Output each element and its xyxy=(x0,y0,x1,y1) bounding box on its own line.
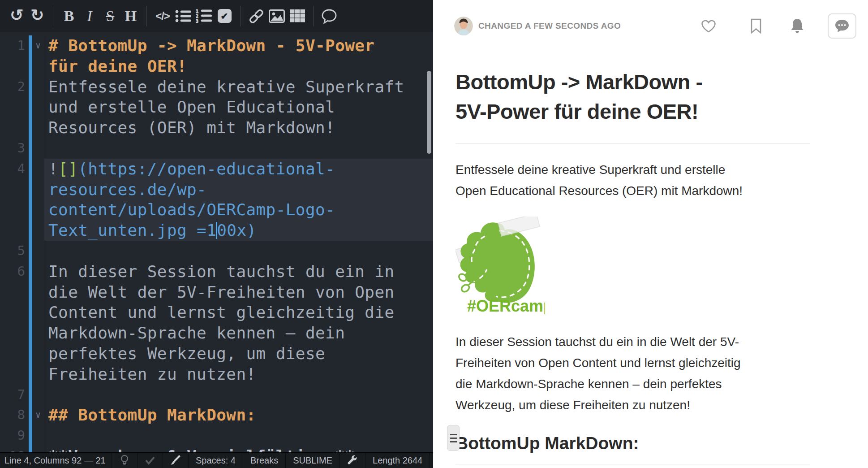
fold-gutter xyxy=(32,138,44,159)
author-avatar[interactable] xyxy=(454,17,473,35)
keymap-setting[interactable]: SUBLIME xyxy=(286,453,340,468)
code-line[interactable]: content/uploads/OERCamp-Logo- xyxy=(0,199,433,220)
split-drag-handle[interactable] xyxy=(447,425,460,451)
comments-panel-button[interactable] xyxy=(828,13,856,39)
changed-line-marker xyxy=(29,77,32,97)
hint-toggle[interactable] xyxy=(112,453,138,468)
code-line[interactable]: Resources (OER) mit Markdown! xyxy=(0,117,433,138)
fold-arrow-icon[interactable]: ∨ xyxy=(32,35,44,56)
code-segment: Text_unten.jpg =1 xyxy=(48,221,216,239)
checklist-button[interactable]: ✔ xyxy=(214,5,235,27)
svg-text:3: 3 xyxy=(196,19,198,23)
comment-button[interactable] xyxy=(319,5,339,27)
theme-toggle[interactable] xyxy=(163,453,189,468)
code-text: perfektes Werkzeug, um diese xyxy=(44,343,433,364)
changed-line-marker xyxy=(29,405,32,425)
changed-line-marker xyxy=(29,364,32,385)
bold-button[interactable]: B xyxy=(59,5,79,27)
code-segment: **Verwahren & Vervielfältigen** xyxy=(48,447,355,452)
code-line[interactable]: resources.de/wp- xyxy=(0,179,433,200)
table-button[interactable] xyxy=(287,5,308,27)
section-heading: BottomUp MarkDown: xyxy=(455,433,810,464)
code-line[interactable]: 4![](https://open-educational- xyxy=(0,159,433,179)
line-number xyxy=(0,179,25,200)
fold-gutter xyxy=(32,385,44,405)
changed-line-marker xyxy=(29,343,32,364)
code-segment: [] xyxy=(58,160,78,178)
code-text: In dieser Session tauchst du ein in xyxy=(44,261,433,282)
code-line[interactable]: die Welt der 5V-Freiheiten von Open xyxy=(0,282,433,303)
code-text: für deine OER! xyxy=(44,56,433,77)
code-line[interactable]: Markdown-Sprache kennen – dein xyxy=(0,323,433,343)
code-line[interactable]: 2Entfessele deine kreative Superkraft xyxy=(0,77,433,97)
code-line[interactable]: Freiheiten zu nutzen! xyxy=(0,364,433,385)
code-segment: Content und lernst gleichzeitig die xyxy=(48,303,395,321)
code-line[interactable]: 8∨## BottomUp MarkDown: xyxy=(0,405,433,425)
code-line[interactable]: und erstelle Open Educational xyxy=(0,97,433,117)
italic-button[interactable]: I xyxy=(79,5,100,27)
oercamp-logo-image: #OERcamp xyxy=(455,217,545,314)
line-number: 9 xyxy=(0,425,25,446)
preview-header: CHANGED A FEW SECONDS AGO xyxy=(448,0,868,45)
toolbar-divider xyxy=(240,6,241,26)
line-number xyxy=(0,343,25,364)
code-text: und erstelle Open Educational xyxy=(44,97,433,117)
heading-button[interactable]: H xyxy=(120,5,141,27)
strikethrough-button[interactable]: S xyxy=(100,5,120,27)
undo-button[interactable]: ↺ xyxy=(6,4,27,26)
fold-gutter xyxy=(32,199,44,220)
code-line[interactable]: 7 xyxy=(0,385,433,405)
code-line[interactable]: Content und lernst gleichzeitig die xyxy=(0,302,433,323)
line-number xyxy=(0,199,25,220)
notifications-button[interactable] xyxy=(790,18,804,34)
link-button[interactable] xyxy=(246,5,266,27)
spellcheck-toggle[interactable] xyxy=(138,453,163,468)
bookmark-button[interactable] xyxy=(750,18,762,34)
document-title: BottomUp -> MarkDown - 5V-Power für dein… xyxy=(455,67,810,144)
code-line[interactable]: 3 xyxy=(0,138,433,159)
code-line[interactable]: 9 xyxy=(0,425,433,446)
code-text xyxy=(44,138,433,159)
code-text: die Welt der 5V-Freiheiten von Open xyxy=(44,282,433,303)
line-number: 3 xyxy=(0,138,25,159)
line-number xyxy=(0,302,25,323)
code-line[interactable]: 6In dieser Session tauchst du ein in xyxy=(0,261,433,282)
code-segment: 00x) xyxy=(217,221,256,239)
indent-setting[interactable]: Spaces: 4 xyxy=(189,453,243,468)
changed-line-marker xyxy=(29,117,32,138)
fold-gutter xyxy=(32,220,44,241)
code-line[interactable]: perfektes Werkzeug, um diese xyxy=(0,343,433,364)
check-icon xyxy=(145,456,155,465)
code-line[interactable]: für deine OER! xyxy=(0,56,433,77)
fold-gutter xyxy=(32,282,44,303)
code-editor[interactable]: 1∨# BottomUp -> MarkDown - 5V-Powerfür d… xyxy=(0,33,433,452)
image-button[interactable] xyxy=(266,5,287,27)
code-button[interactable]: </> xyxy=(152,5,173,27)
code-line[interactable]: Text_unten.jpg =100x) xyxy=(0,220,433,241)
redo-button[interactable]: ↻ xyxy=(27,4,47,26)
unordered-list-button[interactable] xyxy=(173,5,193,27)
code-text: ![](https://open-educational- xyxy=(44,159,433,179)
heart-icon xyxy=(700,19,717,33)
code-line[interactable]: 1∨# BottomUp -> MarkDown - 5V-Power xyxy=(0,35,433,56)
code-line[interactable]: 5 xyxy=(0,241,433,261)
fold-arrow-icon[interactable]: ∨ xyxy=(32,405,44,425)
fold-gutter xyxy=(32,323,44,343)
code-segment: # BottomUp -> MarkDown - 5V-Power xyxy=(48,36,374,55)
comment-filled-icon xyxy=(834,19,850,33)
like-button[interactable] xyxy=(700,19,717,33)
line-number xyxy=(0,117,25,138)
line-number: 1 xyxy=(0,35,25,56)
linebreak-setting[interactable]: Breaks xyxy=(243,453,286,468)
code-line[interactable]: 10**Verwahren & Vervielfältigen** xyxy=(0,446,433,452)
editor-statusbar: Line 4, Columns 92 — 21 Spaces: 4 Breaks… xyxy=(0,452,433,468)
line-number: 6 xyxy=(0,261,25,282)
last-changed-label: CHANGED A FEW SECONDS AGO xyxy=(478,21,621,31)
editor-scrollbar[interactable] xyxy=(427,71,431,154)
flame-shape xyxy=(460,222,535,303)
ordered-list-button[interactable]: 123 xyxy=(193,5,214,27)
editor-toolbar: ↺ ↻ B I S H </> 123 ✔ xyxy=(0,0,433,32)
unordered-list-icon xyxy=(175,9,191,23)
cursor-position: Line 4, Columns 92 — 21 xyxy=(0,453,112,468)
preferences-button[interactable] xyxy=(340,453,365,468)
